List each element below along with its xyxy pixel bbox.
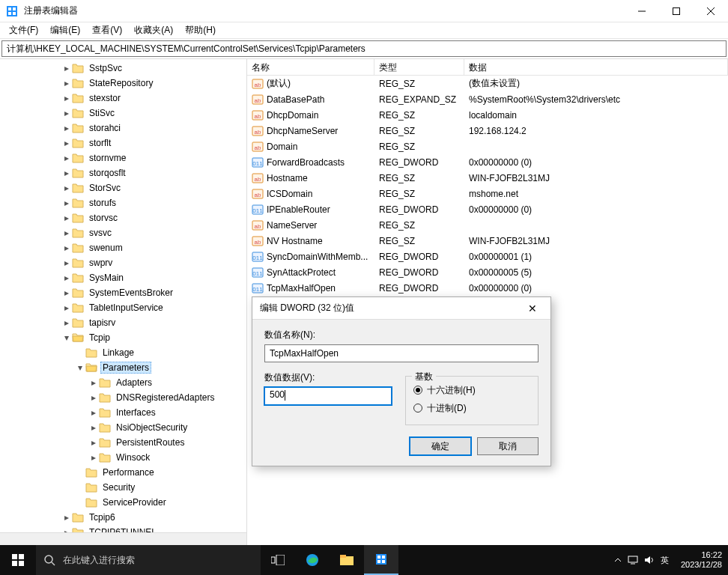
tree-item[interactable]: ▸StateRepository (0, 76, 246, 91)
tree-item[interactable]: ▸SystemEventsBroker (0, 285, 246, 300)
chevron-right-icon[interactable]: ▸ (61, 123, 72, 133)
col-name[interactable]: 名称 (247, 59, 374, 75)
chevron-right-icon[interactable]: ▸ (88, 407, 99, 418)
value-row[interactable]: abDhcpDomainREG_SZlocaldomain (247, 107, 728, 123)
tree-item[interactable]: ▸Adapters (0, 375, 246, 390)
volume-icon[interactable] (644, 556, 655, 565)
chevron-right-icon[interactable]: ▸ (61, 228, 72, 238)
taskbar-search[interactable]: 在此键入进行搜索 (36, 545, 261, 575)
network-icon[interactable] (628, 556, 638, 565)
value-row[interactable]: 011SynAttackProtectREG_DWORD0x00000005 (… (247, 264, 728, 280)
value-row[interactable]: abHostnameREG_SZWIN-FJOFB2L31MJ (247, 170, 728, 186)
taskbar-clock[interactable]: 16:22 2023/12/28 (675, 550, 728, 570)
maximize-button[interactable] (659, 0, 694, 22)
chevron-right-icon[interactable]: ▸ (61, 512, 72, 523)
tree-item[interactable]: ServiceProvider (0, 495, 246, 510)
chevron-right-icon[interactable]: ▸ (61, 183, 72, 193)
radio-hex-button[interactable] (413, 386, 422, 395)
minimize-button[interactable] (625, 0, 659, 22)
chevron-right-icon[interactable]: ▸ (88, 437, 99, 448)
tree-item[interactable]: ▸stexstor (0, 91, 246, 106)
chevron-right-icon[interactable]: ▸ (61, 243, 72, 253)
chevron-right-icon[interactable]: ▸ (61, 288, 72, 298)
tree-item[interactable]: ▸DNSRegisteredAdapters (0, 390, 246, 405)
tree-item[interactable]: ▸svsvc (0, 225, 246, 240)
tree-item[interactable]: ▸storqosflt (0, 165, 246, 180)
menu-help[interactable]: 帮助(H) (179, 22, 222, 38)
tree-item[interactable]: ▾Tcpip (0, 330, 246, 345)
menu-file[interactable]: 文件(F) (3, 22, 44, 38)
explorer-icon[interactable] (330, 545, 364, 575)
tree-item[interactable]: ▸storahci (0, 121, 246, 136)
tree-item[interactable]: ▸PersistentRoutes (0, 435, 246, 450)
tray-chevron-icon[interactable] (614, 556, 622, 564)
chevron-right-icon[interactable]: ▸ (61, 63, 72, 73)
edge-icon[interactable] (295, 545, 330, 575)
value-row[interactable]: 011SyncDomainWithMemb...REG_DWORD0x00000… (247, 249, 728, 264)
cancel-button[interactable]: 取消 (477, 437, 539, 455)
menu-edit[interactable]: 编辑(E) (44, 22, 86, 38)
close-button[interactable] (694, 0, 728, 22)
tree-item[interactable]: ▸Interfaces (0, 405, 246, 420)
tree-item[interactable]: ▸swenum (0, 240, 246, 255)
tree-item[interactable]: ▸SstpSvc (0, 61, 246, 76)
chevron-right-icon[interactable]: ▸ (61, 317, 72, 328)
menu-view[interactable]: 查看(V) (86, 22, 128, 38)
chevron-right-icon[interactable]: ▸ (61, 168, 72, 178)
value-row[interactable]: 011TcpMaxHalfOpenREG_DWORD0x00000000 (0) (247, 280, 728, 296)
horizontal-scrollbar[interactable] (0, 532, 246, 545)
value-row[interactable]: abDomainREG_SZ (247, 139, 728, 154)
chevron-right-icon[interactable]: ▸ (61, 93, 72, 103)
value-row[interactable]: abNV HostnameREG_SZWIN-FJOFB2L31MJ (247, 233, 728, 249)
value-row[interactable]: 011ForwardBroadcastsREG_DWORD0x00000000 … (247, 154, 728, 170)
chevron-right-icon[interactable]: ▸ (61, 198, 72, 208)
value-row[interactable]: ab(默认)REG_SZ(数值未设置) (247, 76, 728, 91)
col-data[interactable]: 数据 (464, 59, 728, 75)
value-row[interactable]: abDhcpNameServerREG_SZ192.168.124.2 (247, 123, 728, 139)
radio-dec-button[interactable] (413, 404, 422, 413)
tree-item[interactable]: ▸TabletInputService (0, 300, 246, 315)
chevron-right-icon[interactable]: ▸ (61, 138, 72, 148)
ime-indicator[interactable]: 英 (661, 555, 669, 566)
chevron-right-icon[interactable]: ▸ (88, 422, 99, 433)
tree-item[interactable]: ▸storufs (0, 195, 246, 210)
ok-button[interactable]: 确定 (410, 437, 471, 455)
chevron-down-icon[interactable]: ▾ (61, 332, 72, 343)
address-bar[interactable]: 计算机\HKEY_LOCAL_MACHINE\SYSTEM\CurrentCon… (1, 40, 727, 57)
chevron-right-icon[interactable]: ▸ (61, 273, 72, 283)
tree-item[interactable]: ▸SysMain (0, 270, 246, 285)
value-row[interactable]: 011IPEnableRouterREG_DWORD0x00000000 (0) (247, 201, 728, 217)
tree-item[interactable]: ▸Tcpip6 (0, 510, 246, 525)
radio-dec[interactable]: 十进制(D) (413, 399, 530, 417)
tree-item[interactable]: ▸StiSvc (0, 106, 246, 121)
tree-panel[interactable]: ▸SstpSvc▸StateRepository▸stexstor▸StiSvc… (0, 59, 247, 545)
tree-item[interactable]: ▸swprv (0, 255, 246, 270)
tree-item[interactable]: Linkage (0, 345, 246, 360)
tree-item[interactable]: ▸storvsc (0, 210, 246, 225)
tree-item[interactable]: ▸stornvme (0, 150, 246, 165)
tree-item[interactable]: ▸NsiObjectSecurity (0, 420, 246, 435)
chevron-right-icon[interactable]: ▸ (88, 452, 99, 463)
menu-favorites[interactable]: 收藏夹(A) (128, 22, 179, 38)
taskview-icon[interactable] (261, 545, 295, 575)
chevron-right-icon[interactable]: ▸ (88, 392, 99, 403)
chevron-right-icon[interactable]: ▸ (61, 108, 72, 118)
dialog-titlebar[interactable]: 编辑 DWORD (32 位)值 ✕ (252, 297, 550, 320)
chevron-right-icon[interactable]: ▸ (61, 213, 72, 223)
tree-item[interactable]: ▸storflt (0, 136, 246, 150)
chevron-right-icon[interactable]: ▸ (88, 377, 99, 388)
chevron-down-icon[interactable]: ▾ (75, 362, 85, 373)
radio-hex[interactable]: 十六进制(H) (413, 381, 530, 399)
chevron-right-icon[interactable]: ▸ (61, 302, 72, 313)
system-tray[interactable]: 英 (608, 555, 675, 566)
dialog-close-button[interactable]: ✕ (522, 302, 543, 314)
tree-item[interactable]: ▸Winsock (0, 450, 246, 465)
tree-item[interactable]: ▸StorSvc (0, 180, 246, 195)
chevron-right-icon[interactable]: ▸ (61, 153, 72, 163)
col-type[interactable]: 类型 (374, 59, 464, 75)
tree-item[interactable]: Security (0, 480, 246, 495)
chevron-right-icon[interactable]: ▸ (61, 258, 72, 268)
value-name-input[interactable] (264, 344, 539, 362)
tree-item[interactable]: ▸tapisrv (0, 315, 246, 330)
value-row[interactable]: abNameServerREG_SZ (247, 217, 728, 233)
